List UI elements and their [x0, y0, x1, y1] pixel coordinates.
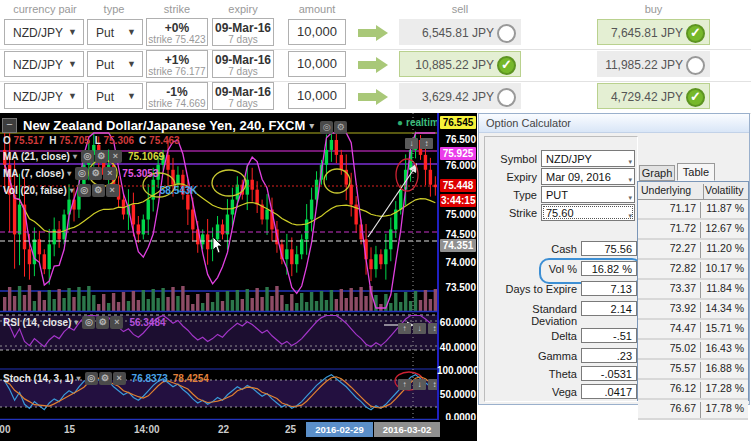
sell-price-option[interactable]: 10,885.22 JPY	[399, 51, 521, 77]
currency-pair-select[interactable]: NZD/JPY▼	[4, 83, 84, 109]
type-select[interactable]: PUT▾	[541, 186, 635, 203]
gear-icon[interactable]: ⚙	[92, 184, 105, 197]
indicator-volume[interactable]: Vol (20, false)▾ ◎⚙× 58.543K	[3, 184, 198, 197]
volatility-cell: 11.87 %	[701, 202, 747, 214]
sell-price-option[interactable]: 3,629.42 JPY	[399, 83, 521, 109]
tab-table[interactable]: Table	[677, 163, 715, 181]
close-icon[interactable]: ×	[103, 167, 116, 180]
selected-time-badge: 2016-02-29 02:0	[306, 422, 373, 437]
amount-input[interactable]: 10,000	[288, 19, 346, 45]
tab-graph[interactable]: Graph	[639, 165, 675, 181]
execute-arrow-icon[interactable]	[358, 25, 390, 41]
strike-cell[interactable]: -1% strike 74.669	[146, 82, 208, 110]
symbol-select[interactable]: NZD/JPY▾	[541, 150, 635, 167]
header-expiry: expiry	[212, 3, 274, 15]
eye-icon[interactable]: ◎	[320, 121, 333, 134]
indicator-ma21[interactable]: MA (21, close)▾ ◎⚙× 75.1069	[3, 150, 164, 163]
currency-pair-select[interactable]: NZD/JPY▼	[4, 19, 84, 45]
cash-field[interactable]: 75.56	[581, 241, 637, 256]
option-type-select[interactable]: Put▼	[87, 51, 143, 77]
execute-arrow-icon[interactable]	[358, 89, 390, 105]
stoch-k-value: 76.8373	[132, 373, 168, 384]
grid-row: 75.57 16.88 %	[638, 360, 748, 380]
sell-price-option[interactable]: 6,545.81 JPY	[399, 19, 521, 45]
eye-icon[interactable]: ◎	[78, 184, 91, 197]
indicator-stoch[interactable]: Stoch (14, 3, 1)▾ ◎⚙× 76.8373 78.4254	[3, 372, 209, 385]
underlying-cell: 73.92	[638, 302, 701, 318]
expiry-cell[interactable]: 09-Mar-16 7 days	[212, 50, 274, 78]
expiry-select[interactable]: Mar 09, 2016▾	[541, 168, 635, 185]
rsi-value: 56.3484	[129, 317, 165, 328]
price-chart-panel: − New Zealand Dollar/Japanese Yen, 240, …	[0, 113, 477, 441]
sell-checkbox[interactable]	[497, 24, 516, 43]
close-icon[interactable]: ×	[113, 372, 126, 385]
underlying-cell: 72.27	[638, 242, 701, 258]
chevron-down-icon[interactable]: ▾	[309, 120, 314, 131]
chart-title-bar: − New Zealand Dollar/Japanese Yen, 240, …	[2, 116, 348, 134]
gear-icon[interactable]: ⚙	[99, 372, 112, 385]
collapse-icon[interactable]: −	[2, 118, 17, 133]
header-strike: strike	[146, 3, 208, 15]
pane-down-icon[interactable]: ↓	[405, 138, 418, 149]
strike-cell[interactable]: +1% strike 76.177	[146, 50, 208, 78]
strike-select[interactable]: 75.60▾	[541, 204, 635, 221]
gamma-field[interactable]: .23	[581, 348, 637, 363]
sell-checkbox[interactable]	[497, 88, 516, 107]
days-to-expire-field[interactable]: 7.13	[581, 281, 637, 296]
trading-screen: { "table": { "headers": ["currency pair"…	[0, 0, 751, 441]
pane-down-icon[interactable]: ↓	[413, 323, 426, 334]
buy-price-option[interactable]: 7,645.81 JPY	[597, 19, 710, 45]
price-axis[interactable]: 76.545 76.500 75.925 76.000 75.448 3:44:…	[437, 113, 477, 420]
eye-icon[interactable]: ◎	[81, 150, 94, 163]
option-type-value: Put	[96, 26, 114, 40]
vol-field[interactable]: 16.82 %	[581, 261, 637, 276]
option-type-select[interactable]: Put▼	[87, 83, 143, 109]
close-icon[interactable]: ×	[106, 184, 119, 197]
currency-pair-select[interactable]: NZD/JPY▼	[4, 51, 84, 77]
volatility-cell: 17.28 %	[701, 382, 747, 394]
theta-field[interactable]: -.0531	[581, 366, 637, 381]
gear-icon[interactable]: ⚙	[95, 150, 108, 163]
buy-checkbox[interactable]	[686, 24, 705, 43]
close-icon[interactable]: ×	[110, 316, 123, 329]
amount-input[interactable]: 10,000	[288, 51, 346, 77]
gear-icon[interactable]: ⚙	[89, 167, 102, 180]
gear-icon[interactable]: ⚙	[96, 316, 109, 329]
gear-icon[interactable]: ⚙	[334, 121, 347, 134]
eye-icon[interactable]: ◎	[75, 167, 88, 180]
level-badge: 75.925	[440, 147, 476, 160]
strike-cell[interactable]: +0% strike 75.423	[146, 18, 208, 46]
pane-up-icon[interactable]: ↑	[398, 323, 411, 334]
rsi-axis-label: 60.0000	[439, 317, 476, 328]
indicator-rsi[interactable]: RSI (14, close)▾ ◎⚙× 56.3484	[3, 316, 166, 329]
vega-field[interactable]: .0417	[581, 384, 637, 399]
window-title-bar[interactable]: Option Calculator	[479, 114, 749, 133]
buy-checkbox[interactable]	[686, 88, 705, 107]
stoch-axis-label: 100.0000	[437, 365, 476, 376]
expiry-cell[interactable]: 09-Mar-16 7 days	[212, 82, 274, 110]
buy-price-option[interactable]: 11,985.22 JPY	[597, 51, 710, 77]
ohlc-readout: O 75.517H 75.705L 75.306C 75.463	[3, 135, 185, 146]
eye-icon[interactable]: ◎	[85, 372, 98, 385]
execute-arrow-icon[interactable]	[358, 57, 390, 73]
delta-field[interactable]: -.51	[581, 328, 637, 343]
main-pane-buttons: ↓↕	[405, 132, 435, 150]
underlying-cell: 76.12	[638, 382, 701, 398]
pane-resize-icon[interactable]: ↕	[420, 138, 433, 149]
time-axis[interactable]: :00 15 14:00 22 25 2016-02-29 02:0 2016-…	[0, 420, 477, 441]
chevron-down-icon: ▾	[77, 374, 81, 383]
sell-checkbox[interactable]	[497, 56, 516, 75]
amount-input[interactable]: 10,000	[288, 83, 346, 109]
option-type-select[interactable]: Put▼	[87, 19, 143, 45]
standard-deviation-field[interactable]: 2.14	[581, 301, 637, 316]
pane-up-icon[interactable]: ↑	[398, 379, 411, 390]
pane-down-icon[interactable]: ↓	[413, 379, 426, 390]
buy-price-option[interactable]: 4,729.42 JPY	[597, 83, 710, 109]
close-icon[interactable]: ×	[109, 150, 122, 163]
indicator-ma7[interactable]: MA (7, close)▾ ◎⚙× 75.3053	[3, 167, 158, 180]
last-price-badge: 75.448	[440, 179, 476, 192]
buy-checkbox[interactable]	[686, 56, 705, 75]
grid-row: 73.37 11.84 %	[638, 280, 748, 300]
expiry-cell[interactable]: 09-Mar-16 7 days	[212, 18, 274, 46]
eye-icon[interactable]: ◎	[82, 316, 95, 329]
